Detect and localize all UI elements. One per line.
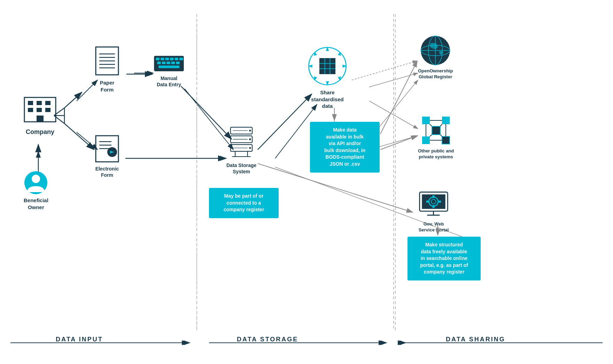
svg-rect-91 xyxy=(442,136,450,144)
svg-rect-24 xyxy=(28,108,33,112)
data-sharing-label: DATA SHARING xyxy=(446,336,505,343)
electronic-form-icon-box: ElectronicForm xyxy=(94,134,120,178)
bulk-api-text: Make dataavailable in bulkvia API and/or… xyxy=(324,127,365,167)
share-icon xyxy=(306,45,348,87)
keyboard-icon xyxy=(153,54,185,73)
svg-rect-106 xyxy=(433,205,435,208)
bulk-api-box: Make dataavailable in bulkvia API and/or… xyxy=(310,122,380,173)
svg-rect-23 xyxy=(45,101,51,105)
svg-line-117 xyxy=(64,124,94,150)
svg-line-126 xyxy=(258,94,312,150)
gov-portal-label: Gov. WebService Portal xyxy=(419,221,449,233)
other-systems-label: Other public andprivate systems xyxy=(418,148,454,160)
data-storage-label-section: DATA STORAGE xyxy=(237,336,298,343)
company-register-text: May be part of orconnected to acompany r… xyxy=(224,193,264,212)
bo-to-company-arrow xyxy=(33,150,44,174)
svg-line-14 xyxy=(275,167,481,244)
electronic-form-icon xyxy=(94,134,120,164)
searchable-portal-text: Make structureddata freely availablein s… xyxy=(420,242,468,275)
share-data-icon-box: Sharestandardiseddata xyxy=(306,45,348,110)
svg-point-62 xyxy=(249,139,251,140)
data-input-label: DATA INPUT xyxy=(56,336,103,343)
building-icon xyxy=(21,94,59,125)
svg-line-100 xyxy=(440,135,442,136)
svg-rect-48 xyxy=(171,62,175,64)
paper-form-icon xyxy=(94,45,120,77)
manual-data-entry-label: ManualData Entry xyxy=(157,75,181,88)
company-icon-box: Company xyxy=(21,94,59,136)
other-systems-icon-box: Other public andprivate systems xyxy=(418,115,454,160)
svg-rect-27 xyxy=(37,116,44,122)
svg-rect-47 xyxy=(166,62,170,64)
svg-line-131 xyxy=(352,61,417,80)
svg-point-65 xyxy=(249,147,251,149)
paper-form-icon-box: PaperForm xyxy=(94,45,120,93)
svg-rect-26 xyxy=(45,108,51,112)
data-storage-icon-box: Data StorageSystem xyxy=(226,125,256,175)
svg-rect-105 xyxy=(433,195,435,198)
globe-icon xyxy=(420,35,451,66)
company-register-box: May be part of orconnected to acompany r… xyxy=(209,188,279,218)
person-icon xyxy=(24,171,48,195)
svg-rect-25 xyxy=(37,108,42,112)
svg-rect-41 xyxy=(165,58,169,61)
svg-line-98 xyxy=(440,124,442,126)
svg-point-59 xyxy=(249,130,251,132)
paper-form-label: PaperForm xyxy=(100,79,115,93)
searchable-portal-box: Make structureddata freely availablein s… xyxy=(408,237,481,280)
diagram-container: Company BeneficialOwner PaperForm xyxy=(0,0,613,364)
svg-rect-49 xyxy=(176,62,180,64)
svg-rect-50 xyxy=(158,65,179,68)
beneficial-owner-label: BeneficialOwner xyxy=(24,197,48,211)
monitor-icon xyxy=(418,190,449,219)
network-icon xyxy=(420,115,452,146)
svg-rect-40 xyxy=(161,58,164,61)
svg-line-97 xyxy=(430,124,432,126)
gov-portal-icon-box: Gov. WebService Portal xyxy=(418,190,449,233)
manual-entry-icon-box: ManualData Entry xyxy=(153,54,185,88)
beneficial-owner-icon-box: BeneficialOwner xyxy=(24,171,48,211)
svg-line-15 xyxy=(369,73,418,87)
openownership-label: OpenOwnershipGlobal Register xyxy=(418,68,453,80)
svg-line-99 xyxy=(430,135,432,136)
svg-rect-107 xyxy=(426,201,429,203)
server-icon xyxy=(227,125,255,160)
svg-line-130 xyxy=(380,136,417,150)
svg-rect-21 xyxy=(28,101,33,105)
share-data-label: Sharestandardiseddata xyxy=(311,89,343,110)
data-storage-label: Data StorageSystem xyxy=(226,162,256,175)
svg-rect-90 xyxy=(422,136,430,144)
svg-rect-46 xyxy=(162,62,166,64)
svg-line-116 xyxy=(64,92,82,108)
svg-rect-42 xyxy=(170,58,174,61)
electronic-form-label: ElectronicForm xyxy=(95,166,119,178)
svg-rect-108 xyxy=(439,201,441,203)
svg-rect-45 xyxy=(157,62,161,64)
svg-rect-39 xyxy=(156,58,160,61)
svg-rect-92 xyxy=(432,126,440,135)
svg-rect-22 xyxy=(37,101,42,105)
svg-line-11 xyxy=(185,89,233,150)
svg-line-129 xyxy=(380,61,417,134)
company-label: Company xyxy=(26,128,54,136)
svg-rect-89 xyxy=(442,117,450,124)
svg-rect-88 xyxy=(422,117,430,124)
svg-rect-69 xyxy=(319,58,335,74)
svg-point-29 xyxy=(32,175,40,183)
svg-rect-43 xyxy=(175,58,179,61)
svg-line-123 xyxy=(181,86,232,139)
svg-rect-44 xyxy=(179,58,183,61)
openownership-icon-box: OpenOwnershipGlobal Register xyxy=(418,35,453,80)
